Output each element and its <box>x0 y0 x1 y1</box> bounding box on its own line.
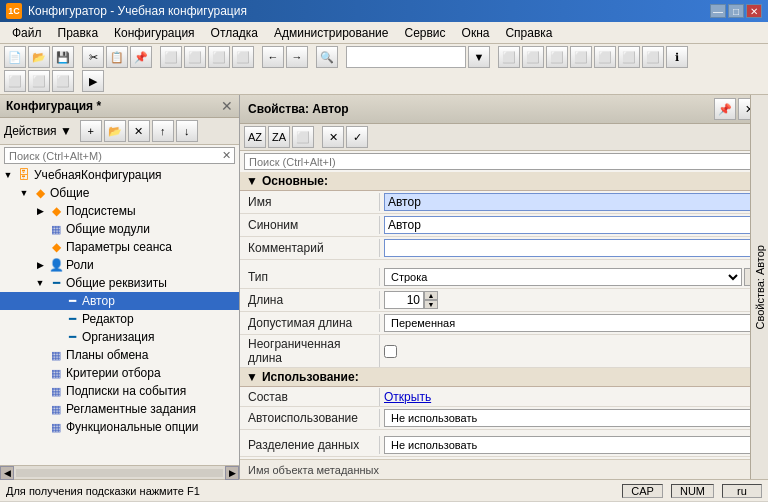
tree-item-session[interactable]: ▶ ◆ Параметры сеанса <box>0 238 239 256</box>
tb-open[interactable]: 📂 <box>28 46 50 68</box>
composition-link[interactable]: Открыть <box>384 390 431 404</box>
tree-item-subsystems[interactable]: ▶ ◆ Подсистемы <box>0 202 239 220</box>
length-up[interactable]: ▲ <box>424 291 438 300</box>
hscroll-track[interactable] <box>16 469 223 477</box>
tb-back[interactable]: ← <box>262 46 284 68</box>
props-search-input[interactable] <box>245 155 748 169</box>
tb-btn8[interactable]: ⬜ <box>232 46 254 68</box>
actions-dropdown[interactable]: Действия ▼ <box>4 124 72 138</box>
hscroll-left[interactable]: ◀ <box>0 466 14 480</box>
tree-item-scheduled[interactable]: ▶ ▦ Регламентные задания <box>0 400 239 418</box>
props-pin[interactable]: 📌 <box>714 98 736 120</box>
lp-add[interactable]: + <box>80 120 102 142</box>
tree-item-root[interactable]: ▼ 🗄 УчебнаяКонфигурация <box>0 166 239 184</box>
expand-editor[interactable]: ▶ <box>48 311 64 327</box>
props-input-comment[interactable] <box>384 239 764 257</box>
tb-btn7[interactable]: ⬜ <box>208 46 230 68</box>
tb2-btn2[interactable]: ⬜ <box>28 70 50 92</box>
expand-root[interactable]: ▼ <box>0 167 16 183</box>
lp-up[interactable]: ↑ <box>152 120 174 142</box>
menu-debug[interactable]: Отладка <box>203 24 266 42</box>
left-search-clear[interactable]: ✕ <box>219 148 234 163</box>
expand-subsystems[interactable]: ▶ <box>32 203 48 219</box>
close-button[interactable]: ✕ <box>746 4 762 18</box>
tb-dd-btn[interactable]: ▼ <box>468 46 490 68</box>
tb-copy[interactable]: 📋 <box>106 46 128 68</box>
expand-session[interactable]: ▶ <box>32 239 48 255</box>
props-tb5[interactable]: ✓ <box>346 126 368 148</box>
hscroll-right[interactable]: ▶ <box>225 466 239 480</box>
left-panel-close[interactable]: ✕ <box>221 98 233 114</box>
menu-help[interactable]: Справка <box>497 24 560 42</box>
tree-area[interactable]: ▼ 🗄 УчебнаяКонфигурация ▼ ◆ Общие ▶ ◆ <box>0 166 239 465</box>
props-section-usage[interactable]: ▼ Использование: <box>240 368 768 387</box>
tree-item-exchange[interactable]: ▶ ▦ Планы обмена <box>0 346 239 364</box>
props-tb3[interactable]: ⬜ <box>292 126 314 148</box>
tb-fwd[interactable]: → <box>286 46 308 68</box>
menu-admin[interactable]: Администрирование <box>266 24 396 42</box>
tb2-btn4[interactable]: ▶ <box>82 70 104 92</box>
menu-config[interactable]: Конфигурация <box>106 24 203 42</box>
props-sort-az[interactable]: AZ <box>244 126 266 148</box>
props-input-name[interactable] <box>384 193 764 211</box>
menu-windows[interactable]: Окна <box>454 24 498 42</box>
expand-criteria[interactable]: ▶ <box>32 365 48 381</box>
tb-cut[interactable]: ✂ <box>82 46 104 68</box>
tb-btn9[interactable]: ⬜ <box>498 46 520 68</box>
minimize-button[interactable]: — <box>710 4 726 18</box>
tree-item-org[interactable]: ▶ ━ Организация <box>0 328 239 346</box>
expand-common-attrs[interactable]: ▼ <box>32 275 48 291</box>
tree-item-roles[interactable]: ▶ 👤 Роли <box>0 256 239 274</box>
tb-dropdown[interactable] <box>346 46 466 68</box>
tb-btn5[interactable]: ⬜ <box>160 46 182 68</box>
props-input-synonym[interactable] <box>384 216 764 234</box>
lp-down[interactable]: ↓ <box>176 120 198 142</box>
maximize-button[interactable]: □ <box>728 4 744 18</box>
tree-item-author[interactable]: ▶ ━ Автор <box>0 292 239 310</box>
expand-scheduled[interactable]: ▶ <box>32 401 48 417</box>
tb-new[interactable]: 📄 <box>4 46 26 68</box>
type-select[interactable]: Строка <box>384 268 742 286</box>
props-tb4[interactable]: ✕ <box>322 126 344 148</box>
menu-edit[interactable]: Правка <box>50 24 107 42</box>
tb-btn6[interactable]: ⬜ <box>184 46 206 68</box>
expand-author[interactable]: ▶ <box>48 293 64 309</box>
tree-item-funcopts[interactable]: ▶ ▦ Функциональные опции <box>0 418 239 436</box>
props-section-basic[interactable]: ▼ Основные: <box>240 172 768 191</box>
tb-btn15[interactable]: ⬜ <box>642 46 664 68</box>
expand-exchange[interactable]: ▶ <box>32 347 48 363</box>
tree-item-criteria[interactable]: ▶ ▦ Критерии отбора <box>0 364 239 382</box>
expand-general[interactable]: ▼ <box>16 185 32 201</box>
menu-service[interactable]: Сервис <box>396 24 453 42</box>
tree-item-common-attrs[interactable]: ▼ ━ Общие реквизиты <box>0 274 239 292</box>
expand-subs[interactable]: ▶ <box>32 383 48 399</box>
props-sort-za[interactable]: ZA <box>268 126 290 148</box>
tb-btn10[interactable]: ⬜ <box>522 46 544 68</box>
tree-item-subs[interactable]: ▶ ▦ Подписки на события <box>0 382 239 400</box>
tree-item-general[interactable]: ▼ ◆ Общие <box>0 184 239 202</box>
tb2-btn3[interactable]: ⬜ <box>52 70 74 92</box>
expand-funcopts[interactable]: ▶ <box>32 419 48 435</box>
expand-modules[interactable]: ▶ <box>32 221 48 237</box>
auto-use-select[interactable]: Не использовать Использовать <box>384 409 764 427</box>
tb-btn11[interactable]: ⬜ <box>546 46 568 68</box>
length-down[interactable]: ▼ <box>424 300 438 309</box>
lp-del[interactable]: ✕ <box>128 120 150 142</box>
tb2-btn1[interactable]: ⬜ <box>4 70 26 92</box>
tb-btn12[interactable]: ⬜ <box>570 46 592 68</box>
tb-save[interactable]: 💾 <box>52 46 74 68</box>
allowed-length-select[interactable]: Переменная Фиксированная <box>384 314 764 332</box>
expand-roles[interactable]: ▶ <box>32 257 48 273</box>
tb-btn13[interactable]: ⬜ <box>594 46 616 68</box>
tb-btn14[interactable]: ⬜ <box>618 46 640 68</box>
tb-search[interactable]: 🔍 <box>316 46 338 68</box>
tree-item-editor[interactable]: ▶ ━ Редактор <box>0 310 239 328</box>
unlimited-checkbox[interactable] <box>384 345 397 358</box>
tb-paste[interactable]: 📌 <box>130 46 152 68</box>
data-sep-select[interactable]: Не использовать Разделять <box>384 436 764 454</box>
tb-btn16[interactable]: ℹ <box>666 46 688 68</box>
length-input[interactable] <box>384 291 424 309</box>
menu-file[interactable]: Файл <box>4 24 50 42</box>
side-tab[interactable]: Свойства: Автор <box>752 241 768 334</box>
tree-item-modules[interactable]: ▶ ▦ Общие модули <box>0 220 239 238</box>
